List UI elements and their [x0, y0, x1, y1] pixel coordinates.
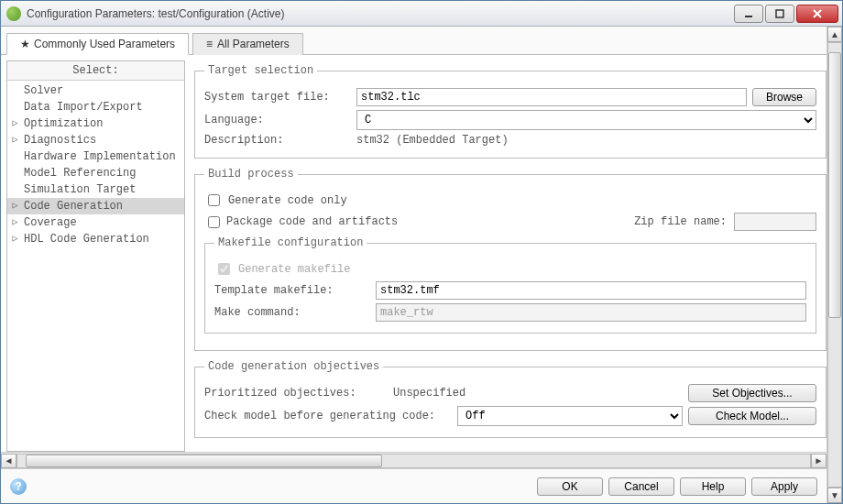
check-model-select[interactable]: Off	[457, 406, 683, 426]
template-makefile-input[interactable]	[376, 281, 806, 300]
sidebar-item-hardware-implementation[interactable]: Hardware Implementation	[7, 148, 184, 165]
makefile-config-group: Makefile configuration Generate makefile…	[204, 236, 816, 334]
generate-makefile-label: Generate makefile	[238, 263, 350, 276]
titlebar: Configuration Parameters: test/Configura…	[1, 1, 842, 27]
content-area: ★Commonly Used Parameters ≡All Parameter…	[1, 27, 842, 503]
target-selection-group: Target selection System target file: Bro…	[194, 64, 827, 159]
sidebar-item-data-import-export[interactable]: Data Import/Export	[7, 99, 184, 115]
group-legend: Code generation objectives	[204, 360, 383, 373]
sidebar-item-coverage[interactable]: ▷Coverage	[7, 214, 184, 231]
sidebar-item-diagnostics[interactable]: ▷Diagnostics	[7, 132, 184, 148]
sidebar-item-label: Code Generation	[24, 200, 123, 213]
minimize-button[interactable]	[734, 5, 763, 23]
ok-button[interactable]: OK	[537, 477, 603, 496]
sidebar-item-label: Data Import/Export	[24, 101, 143, 114]
tab-label: All Parameters	[217, 38, 290, 50]
sidebar-item-label: HDL Code Generation	[24, 233, 149, 246]
zip-file-input	[734, 213, 816, 231]
close-button[interactable]	[796, 5, 838, 23]
category-tree[interactable]: SolverData Import/Export▷Optimization▷Di…	[7, 81, 184, 451]
horizontal-scrollbar[interactable]: ◄ ►	[1, 452, 827, 468]
language-select[interactable]: C	[356, 110, 816, 130]
expander-icon[interactable]: ▷	[11, 234, 19, 242]
tab-commonly-used[interactable]: ★Commonly Used Parameters	[6, 33, 189, 55]
description-value: stm32 (Embedded Target)	[356, 134, 509, 147]
expander-icon[interactable]: ▷	[11, 201, 19, 209]
scroll-track[interactable]	[16, 454, 811, 468]
prioritized-label: Prioritized objectives:	[204, 387, 388, 400]
scroll-thumb[interactable]	[26, 455, 382, 467]
sidebar-item-model-referencing[interactable]: Model Referencing	[7, 165, 184, 181]
vertical-scrollbar[interactable]: ▲ ▼	[827, 27, 842, 503]
sidebar-item-label: Optimization	[24, 117, 103, 130]
scroll-left-icon[interactable]: ◄	[1, 454, 16, 468]
scroll-up-icon[interactable]: ▲	[827, 27, 842, 42]
tab-label: Commonly Used Parameters	[34, 38, 175, 50]
sidebar-item-label: Model Referencing	[24, 167, 136, 180]
group-legend: Makefile configuration	[214, 236, 367, 249]
maximize-button[interactable]	[765, 5, 794, 23]
check-model-label: Check model before generating code:	[204, 410, 452, 422]
sidebar-item-hdl-code-generation[interactable]: ▷HDL Code Generation	[7, 231, 184, 247]
help-icon[interactable]: ?	[10, 478, 27, 495]
prioritized-value: Unspecified	[393, 387, 465, 400]
package-code-checkbox[interactable]	[208, 216, 220, 228]
sidebar-item-simulation-target[interactable]: Simulation Target	[7, 181, 184, 198]
tab-all-parameters[interactable]: ≡All Parameters	[192, 33, 303, 55]
make-command-input	[376, 303, 806, 322]
sidebar-item-optimization[interactable]: ▷Optimization	[7, 115, 184, 132]
check-model-button[interactable]: Check Model...	[688, 407, 816, 425]
language-label: Language:	[204, 114, 351, 126]
group-legend: Target selection	[204, 64, 317, 77]
package-code-label: Package code and artifacts	[226, 215, 398, 228]
scroll-down-icon[interactable]: ▼	[827, 488, 842, 503]
window-controls	[732, 5, 838, 23]
sidebar-item-label: Solver	[24, 84, 63, 97]
zip-file-label: Zip file name:	[634, 215, 727, 228]
sidebar-item-solver[interactable]: Solver	[7, 82, 184, 99]
sidebar-item-label: Simulation Target	[24, 183, 136, 196]
main-panel: Target selection System target file: Bro…	[185, 60, 827, 452]
list-icon: ≡	[206, 38, 212, 50]
expander-icon[interactable]: ▷	[11, 135, 19, 143]
description-label: Description:	[204, 134, 351, 147]
app-icon	[6, 6, 21, 21]
sidebar-item-label: Hardware Implementation	[24, 150, 176, 163]
sidebar: Select: SolverData Import/Export▷Optimiz…	[6, 60, 185, 452]
footer: ? OK Cancel Help Apply	[1, 468, 827, 503]
system-target-file-input[interactable]	[356, 88, 747, 106]
svg-rect-1	[776, 10, 783, 17]
sidebar-item-label: Diagnostics	[24, 134, 96, 147]
sidebar-header: Select:	[7, 61, 184, 81]
sidebar-item-code-generation[interactable]: ▷Code Generation	[7, 198, 184, 214]
objectives-group: Code generation objectives Prioritized o…	[194, 360, 827, 438]
generate-makefile-checkbox	[218, 263, 230, 275]
generate-code-only-checkbox[interactable]	[208, 194, 220, 206]
body-row: Select: SolverData Import/Export▷Optimiz…	[1, 55, 827, 452]
scroll-track[interactable]	[827, 42, 842, 488]
sidebar-item-label: Coverage	[24, 216, 77, 229]
tabs-row: ★Commonly Used Parameters ≡All Parameter…	[1, 27, 827, 55]
system-target-file-label: System target file:	[204, 91, 351, 104]
group-legend: Build process	[204, 168, 298, 181]
expander-icon[interactable]: ▷	[11, 118, 19, 126]
apply-button[interactable]: Apply	[751, 477, 817, 496]
build-process-group: Build process Generate code only Package…	[194, 168, 827, 351]
star-icon: ★	[20, 38, 30, 50]
scroll-thumb[interactable]	[828, 52, 841, 318]
make-command-label: Make command:	[214, 306, 370, 319]
browse-button[interactable]: Browse	[752, 88, 816, 106]
set-objectives-button[interactable]: Set Objectives...	[688, 384, 816, 402]
template-makefile-label: Template makefile:	[214, 284, 370, 297]
window-title: Configuration Parameters: test/Configura…	[27, 7, 732, 20]
expander-icon[interactable]: ▷	[11, 217, 19, 225]
scroll-right-icon[interactable]: ►	[811, 454, 827, 468]
help-button[interactable]: Help	[680, 477, 746, 496]
generate-code-only-label: Generate code only	[228, 194, 347, 207]
window-frame: Configuration Parameters: test/Configura…	[0, 0, 843, 504]
cancel-button[interactable]: Cancel	[608, 477, 674, 496]
